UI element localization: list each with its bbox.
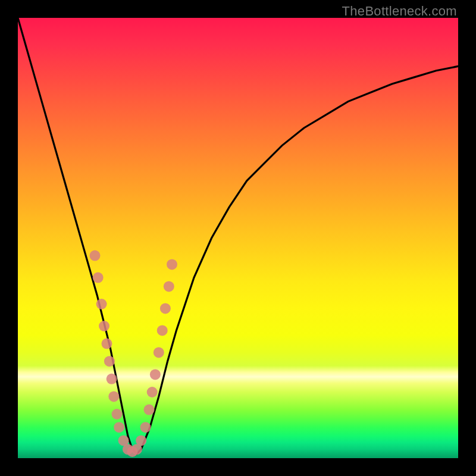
- data-point: [114, 422, 124, 433]
- data-point: [99, 321, 109, 331]
- marker-group: [90, 250, 178, 457]
- data-point: [107, 374, 117, 384]
- data-point: [147, 387, 158, 397]
- data-point: [164, 281, 174, 292]
- data-point: [144, 405, 155, 415]
- bottleneck-curve: [18, 18, 458, 454]
- data-point: [104, 356, 115, 367]
- data-point: [93, 273, 104, 283]
- data-point: [136, 435, 146, 446]
- data-point: [167, 259, 177, 270]
- data-point: [112, 409, 123, 419]
- chart-svg: [18, 18, 458, 458]
- data-point: [101, 339, 112, 349]
- data-point: [154, 347, 164, 358]
- data-point: [150, 369, 161, 380]
- chart-container: TheBottleneck.com: [0, 0, 476, 476]
- data-point: [157, 325, 168, 336]
- data-point: [96, 299, 107, 309]
- data-point: [90, 250, 101, 261]
- watermark-text: TheBottleneck.com: [342, 4, 457, 19]
- data-point: [140, 422, 151, 433]
- plot-area: [18, 18, 458, 458]
- data-point: [160, 303, 171, 314]
- data-point: [108, 391, 119, 402]
